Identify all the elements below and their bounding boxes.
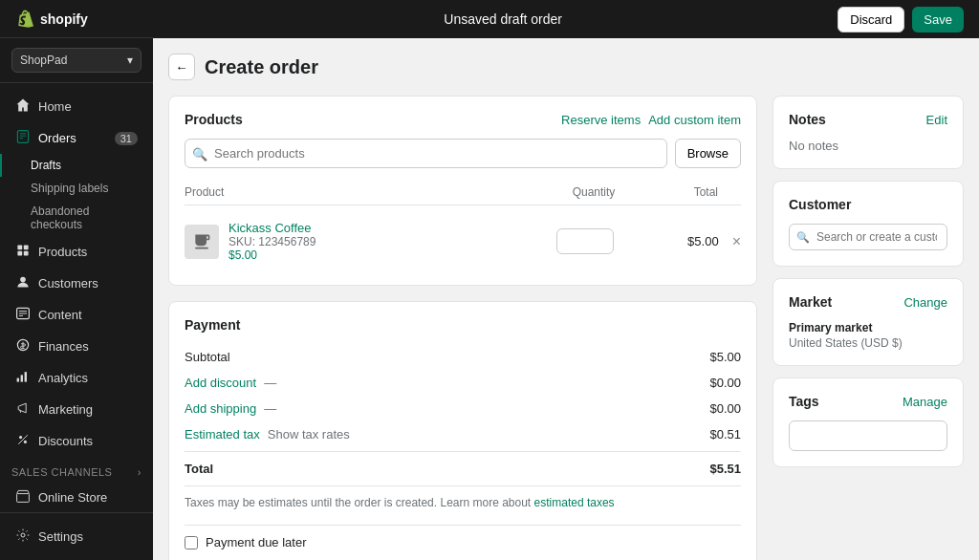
shipping-row: Add shipping — $0.00 [185, 396, 741, 421]
remove-product-button[interactable]: × [732, 233, 741, 250]
svg-point-17 [19, 436, 22, 439]
sidebar-item-settings[interactable]: Settings [4, 521, 149, 552]
browse-button[interactable]: Browse [675, 139, 741, 168]
sidebar-item-products[interactable]: Products [4, 236, 149, 268]
payment-due-later-checkbox[interactable] [185, 536, 198, 549]
page-area: ← Create order Products Reserve items Ad… [153, 38, 979, 560]
expand-icon[interactable]: › [138, 466, 141, 478]
back-icon: ← [175, 60, 187, 75]
sidebar-item-label: Home [38, 99, 72, 114]
tags-manage-link[interactable]: Manage [903, 395, 947, 409]
topbar-title: Unsaved draft order [444, 11, 562, 27]
content-icon [15, 306, 31, 324]
svg-point-8 [20, 277, 26, 283]
save-button[interactable]: Save [912, 7, 964, 32]
sidebar-footer: Settings [0, 512, 153, 560]
settings-icon [15, 528, 31, 546]
shopify-logo: shopify [15, 10, 88, 29]
product-name[interactable]: Kickass Coffee [228, 221, 528, 235]
notes-card: Notes Edit No notes [772, 96, 964, 169]
reserve-items-link[interactable]: Reserve items [561, 113, 641, 127]
estimated-tax-link[interactable]: Estimated tax [185, 427, 260, 442]
back-button[interactable]: ← [168, 54, 195, 80]
sales-channels-label: Sales channels › [0, 457, 153, 482]
primary-market-label: Primary market [789, 321, 947, 334]
orders-badge: 31 [115, 132, 138, 145]
discounts-icon [15, 432, 31, 450]
sidebar-subitem-shipping[interactable]: Shipping labels [0, 177, 153, 200]
store-name: ShopPad [20, 54, 67, 67]
tags-input[interactable] [789, 420, 947, 451]
market-card: Market Change Primary market United Stat… [772, 278, 964, 366]
payment-card-title: Payment [185, 317, 240, 333]
payment-due-later-row: Payment due later [185, 525, 741, 553]
page-columns: Products Reserve items Add custom item 🔍 [168, 96, 964, 560]
svg-rect-15 [21, 375, 23, 381]
sidebar-subitem-abandoned[interactable]: Abandoned checkouts [0, 200, 153, 236]
table-row: Kickass Coffee SKU: 123456789 $5.00 1 $5… [185, 213, 741, 269]
svg-rect-5 [24, 245, 29, 249]
col-total-header: Total [642, 185, 718, 199]
product-image [185, 225, 219, 259]
topbar: Unsaved draft order Discard Save [153, 0, 979, 38]
sidebar-subitem-drafts[interactable]: Drafts [0, 154, 153, 177]
payment-due-later-label: Payment due later [206, 535, 307, 549]
add-custom-item-link[interactable]: Add custom item [648, 113, 741, 127]
quantity-input[interactable]: 1 [556, 228, 614, 254]
shipping-group: Add shipping — [185, 401, 276, 416]
sidebar-item-label: Products [38, 245, 87, 259]
product-info: Kickass Coffee SKU: 123456789 $5.00 [228, 221, 528, 262]
tags-card: Tags Manage [772, 377, 964, 467]
chevron-down-icon: ▾ [127, 54, 133, 67]
sidebar-item-marketing[interactable]: Marketing [4, 394, 149, 425]
page-title: Create order [205, 56, 318, 78]
orders-icon [15, 129, 31, 147]
sidebar-item-content[interactable]: Content [4, 299, 149, 331]
store-icon [15, 488, 31, 506]
customers-icon [15, 274, 31, 292]
products-card-header: Products Reserve items Add custom item [185, 112, 741, 127]
no-notes-text: No notes [789, 139, 838, 153]
search-products-input[interactable] [185, 139, 667, 168]
sidebar-item-customers[interactable]: Customers [4, 268, 149, 299]
discard-button[interactable]: Discard [838, 7, 904, 32]
sidebar-item-discounts[interactable]: Discounts [4, 425, 149, 457]
logo-text: shopify [40, 11, 88, 27]
subitem-label: Abandoned checkouts [31, 205, 89, 231]
estimated-taxes-link[interactable]: estimated taxes [534, 496, 615, 509]
sidebar-item-analytics[interactable]: Analytics [4, 362, 149, 394]
payment-card-header: Payment [185, 317, 741, 333]
sidebar: shopify ShopPad ▾ Home Orders 31 [0, 0, 153, 560]
tags-card-header: Tags Manage [789, 394, 947, 409]
notes-card-header: Notes Edit [789, 112, 947, 127]
svg-point-24 [21, 533, 25, 537]
market-value: United States (USD $) [789, 336, 947, 350]
quantity-cell: 1 [537, 228, 633, 254]
sidebar-item-label: Discounts [38, 434, 93, 448]
store-selector[interactable]: ShopPad ▾ [0, 38, 153, 83]
show-tax-rates-link[interactable]: Show tax rates [268, 427, 350, 442]
tax-notice: Taxes may be estimates until the order i… [185, 485, 741, 517]
sidebar-item-online-store[interactable]: Online Store [4, 482, 149, 512]
search-input-wrap: 🔍 [185, 139, 667, 168]
total-label: Total [185, 462, 213, 476]
sidebar-item-label: Orders [38, 131, 76, 145]
svg-rect-14 [17, 378, 19, 382]
customer-search-input[interactable] [789, 224, 947, 250]
sidebar-item-orders[interactable]: Orders 31 [4, 122, 149, 154]
subtotal-label: Subtotal [185, 350, 230, 364]
subitem-label: Drafts [31, 159, 61, 172]
main-content: Unsaved draft order Discard Save ← Creat… [153, 0, 979, 560]
product-sku: SKU: 123456789 [228, 235, 528, 248]
sidebar-item-finances[interactable]: Finances [4, 331, 149, 362]
right-column: Notes Edit No notes Customer 🔍 [772, 96, 964, 467]
customer-search-icon: 🔍 [796, 231, 810, 244]
tax-value: $0.51 [709, 427, 741, 442]
notes-edit-link[interactable]: Edit [926, 113, 947, 127]
add-discount-link[interactable]: Add discount [185, 376, 256, 390]
total-value: $5.51 [709, 462, 741, 476]
add-shipping-link[interactable]: Add shipping [185, 401, 256, 416]
discount-group: Add discount — [185, 376, 276, 390]
market-change-link[interactable]: Change [903, 295, 947, 310]
sidebar-item-home[interactable]: Home [4, 91, 149, 122]
